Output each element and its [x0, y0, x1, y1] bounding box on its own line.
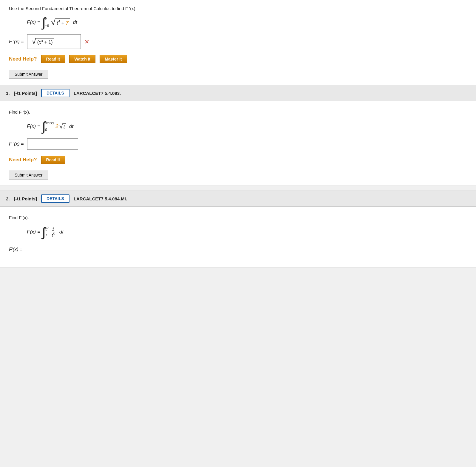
- answer-input-1[interactable]: [27, 138, 78, 150]
- answer-input-2[interactable]: [26, 244, 77, 255]
- sqrt-content-0: t4 + 7: [55, 18, 70, 26]
- answer-box-0[interactable]: √ (x4 + 1): [27, 34, 81, 49]
- integrand-coeff-1: 2: [55, 123, 58, 129]
- sqrt-1: √ t: [59, 123, 66, 130]
- details-btn-1[interactable]: DETAILS: [41, 89, 69, 97]
- problem-1-header: 1. [-/1 Points] DETAILS LARCALCET7 5.4.0…: [0, 85, 476, 101]
- f-prime-label-2: F'(x) =: [9, 247, 22, 252]
- details-btn-2[interactable]: DETAILS: [41, 194, 69, 203]
- need-help-row-1: Need Help? Read It: [9, 156, 467, 164]
- upper-limit-0: x: [45, 17, 49, 21]
- fx-label-0: F(x) =: [27, 19, 40, 25]
- numerator-2: 1: [51, 227, 55, 232]
- integral-0: ∫ x −9 √ t4 + 7 dt: [42, 16, 77, 29]
- incorrect-mark-0[interactable]: ✕: [84, 38, 89, 45]
- integrand-2: 1 t5 dt: [50, 227, 64, 238]
- answer-row-2: F'(x) =: [9, 244, 467, 255]
- submit-btn-0[interactable]: Submit Answer: [9, 70, 48, 79]
- lower-limit-2: 1: [45, 234, 49, 238]
- sqrt-radical-0: √: [51, 18, 55, 27]
- need-help-row-0: Need Help? Read It Watch It Master It: [9, 55, 467, 63]
- problem-2-body: Find F'(x). F(x) = ∫ x2 1 1 t5: [0, 207, 476, 267]
- formula-1: F(x) = ∫ sin(x) 0 2 √ t dt: [27, 120, 467, 133]
- problem-1-body: Find F '(x). F(x) = ∫ sin(x) 0 2 √ t: [0, 101, 476, 186]
- limits-0: x −9: [45, 17, 49, 28]
- points-label-1: 1.: [6, 91, 10, 96]
- master-it-btn-0[interactable]: Master It: [100, 55, 127, 63]
- answer-sqrt-content: (x4 + 1): [36, 38, 54, 45]
- f-prime-label-0: F '(x) =: [9, 39, 24, 44]
- find-label-1: Find F '(x).: [9, 109, 467, 115]
- limits-1: sin(x) 0: [45, 121, 54, 132]
- read-it-btn-0[interactable]: Read It: [41, 55, 65, 63]
- integrand-0: √ t4 + 7 dt: [51, 18, 77, 27]
- question-text-0: Use the Second Fundamental Theorem of Ca…: [9, 6, 467, 11]
- answer-row-1: F '(x) =: [9, 138, 467, 150]
- integral-2: ∫ x2 1 1 t5 dt: [42, 225, 64, 239]
- answer-sqrt-radical: √: [32, 37, 36, 46]
- points-label-2: 2.: [6, 196, 10, 201]
- find-label-2: Find F'(x).: [9, 215, 467, 220]
- need-help-label-0: Need Help?: [9, 56, 37, 62]
- page-wrapper: Use the Second Fundamental Theorem of Ca…: [0, 0, 476, 267]
- denominator-2: t5: [51, 232, 55, 238]
- f-prime-label-1: F '(x) =: [9, 141, 24, 147]
- fx-label-1: F(x) =: [27, 123, 40, 129]
- sqrt-0: √ t4 + 7: [51, 18, 70, 27]
- points-value-1: [-/1 Points]: [14, 91, 37, 96]
- watch-it-btn-0[interactable]: Watch It: [69, 55, 95, 63]
- submit-btn-1[interactable]: Submit Answer: [9, 171, 48, 180]
- sqrt-radical-1: √: [59, 123, 63, 130]
- upper-limit-1: sin(x): [45, 121, 54, 125]
- upper-limit-2: x2: [45, 226, 49, 231]
- lower-limit-0: −9: [45, 24, 49, 28]
- lower-limit-1: 0: [45, 128, 54, 132]
- integral-1: ∫ sin(x) 0 2 √ t dt: [42, 120, 73, 133]
- points-value-2: [-/1 Points]: [14, 196, 37, 201]
- problem-id-2: LARCALCET7 5.4.084.MI.: [74, 196, 127, 201]
- read-it-btn-1[interactable]: Read It: [41, 156, 65, 164]
- integrand-1: 2 √ t dt: [55, 123, 73, 130]
- problem-id-1: LARCALCET7 5.4.083.: [74, 91, 121, 96]
- fx-label-2: F(x) =: [27, 229, 40, 235]
- problem-0-body: Use the Second Fundamental Theorem of Ca…: [0, 0, 476, 85]
- answer-row-0: F '(x) = √ (x4 + 1) ✕: [9, 34, 467, 49]
- formula-0: F(x) = ∫ x −9 √ t4 + 7 dt: [27, 16, 467, 29]
- need-help-label-1: Need Help?: [9, 157, 37, 163]
- sqrt-content-1: t: [63, 123, 66, 130]
- problem-2-header: 2. [-/1 Points] DETAILS LARCALCET7 5.4.0…: [0, 191, 476, 207]
- fraction-2: 1 t5: [51, 227, 55, 238]
- answer-sqrt-0: √ (x4 + 1): [32, 37, 54, 46]
- formula-2: F(x) = ∫ x2 1 1 t5 dt: [27, 225, 467, 239]
- limits-2: x2 1: [45, 226, 49, 238]
